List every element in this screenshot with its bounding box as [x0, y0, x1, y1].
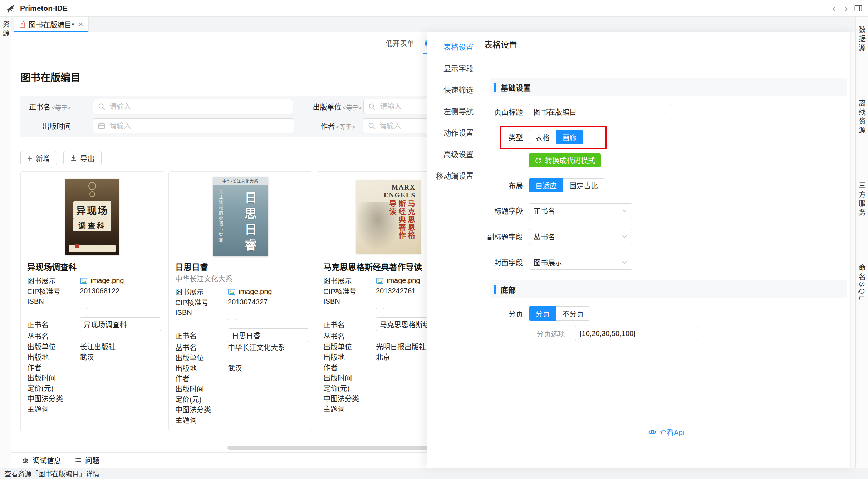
layout-label: 布局 — [481, 180, 523, 191]
paging-options-input[interactable] — [575, 326, 698, 341]
problems-label: 问题 — [85, 455, 99, 465]
seg-option-分页[interactable]: 分页 — [529, 306, 556, 321]
search-input[interactable] — [93, 99, 294, 114]
field-value — [80, 317, 157, 331]
isbn-checkbox[interactable] — [228, 319, 236, 327]
card-title: 日思日睿 — [175, 260, 305, 273]
field-value-text: image.png — [239, 288, 272, 296]
text-input-field[interactable] — [109, 122, 289, 131]
seg-option-自适应[interactable]: 自适应 — [529, 178, 563, 192]
card-field-row: 定价(元) — [175, 394, 305, 404]
cover-title-text: 异现场 — [73, 201, 111, 219]
subtitle-field-select[interactable]: 丛书名 — [529, 229, 632, 244]
debug-info-item[interactable]: 调试信息 — [21, 455, 61, 465]
settings-nav-item-显示字段[interactable]: 显示字段 — [427, 57, 481, 79]
field-input[interactable] — [80, 317, 161, 331]
settings-nav-item-动作设置[interactable]: 动作设置 — [427, 122, 481, 143]
cover-field-select[interactable]: 图书展示 — [529, 255, 632, 270]
field-label: 定价(元) — [27, 383, 80, 393]
seg-option-表格[interactable]: 表格 — [529, 130, 556, 144]
settings-body: 基础设置 页面标题 类型 — [481, 56, 851, 468]
card-field-row: 主题词 — [27, 404, 157, 414]
problems-item[interactable]: 问题 — [74, 455, 99, 465]
operator-tag: <等于> — [342, 104, 362, 111]
card-field-row: 中图法分类 — [175, 404, 305, 415]
dock-item-4[interactable]: 命名SQL — [857, 264, 867, 302]
refresh-icon — [535, 157, 542, 164]
isbn-checkbox[interactable] — [376, 308, 384, 316]
field-label: 图书展示 — [175, 287, 228, 297]
app-logo-icon — [6, 3, 16, 13]
dock-item-1[interactable]: 数据源 — [857, 26, 867, 53]
cover-title-text: 日思日睿 — [241, 191, 259, 254]
date-input[interactable] — [93, 118, 294, 133]
basic-settings-section-header: 基础设置 — [490, 78, 847, 96]
title-field-row: 标题字段 正书名 — [481, 203, 851, 218]
page-title-input[interactable] — [529, 104, 671, 119]
settings-nav-item-表格设置[interactable]: 表格设置 — [427, 36, 481, 57]
dock-item-2[interactable]: 离线资源 — [857, 99, 867, 135]
view-subtabs: 低开表单默 — [385, 32, 432, 54]
dock-item-3[interactable]: 三方服务 — [857, 182, 867, 217]
main-body: 资源 图书在版编目* × 低开表单默 — [0, 17, 868, 468]
cover-area: 中华·长江文化大系长江流域的妙语与智慧日思日睿 — [175, 176, 305, 258]
title-field-select[interactable]: 正书名 — [529, 203, 632, 218]
field-label: 定价(元) — [175, 394, 228, 404]
seg-option-不分页[interactable]: 不分页 — [556, 306, 590, 321]
right-dock: 数据源离线资源三方服务命名SQL — [855, 17, 868, 468]
field-label: 出版时间 — [323, 372, 376, 383]
card-field-row: 正书名 — [27, 317, 157, 331]
api-link-row: 查看Api — [481, 427, 851, 437]
settings-drawer: 表格设置显示字段快速筛选左侧导航动作设置高级设置移动端设置 表格设置 基础设置 … — [427, 32, 855, 468]
field-label: 中图法分类 — [27, 393, 80, 404]
search-icon — [368, 103, 376, 111]
settings-nav-item-左侧导航[interactable]: 左侧导航 — [427, 100, 481, 122]
field-label: 图书展示 — [323, 275, 376, 286]
card-field-row: 中图法分类 — [27, 393, 157, 404]
titlebar: Primeton-IDE ‹ › — [0, 0, 868, 17]
field-value-text: 长江出版社 — [80, 341, 116, 352]
gallery-card[interactable]: 异现场调查科异现场调查科图书展示image.pngCIP核准号201306812… — [20, 171, 164, 431]
history-forward-icon[interactable]: › — [842, 3, 850, 14]
export-button[interactable]: 导出 — [63, 151, 102, 165]
settings-nav-item-移动端设置[interactable]: 移动端设置 — [427, 165, 481, 186]
tab-book-catalog[interactable]: 图书在版编目* × — [14, 17, 89, 32]
field-label: 图书展示 — [27, 275, 80, 286]
add-button[interactable]: + 新增 — [20, 151, 57, 165]
isbn-checkbox[interactable] — [80, 308, 88, 316]
settings-nav-item-高级设置[interactable]: 高级设置 — [427, 143, 481, 165]
history-back-icon[interactable]: ‹ — [830, 3, 838, 14]
subtab-低开表单[interactable]: 低开表单 — [385, 32, 415, 54]
panel-toggle-icon[interactable] — [854, 5, 862, 12]
field-label: 出版单位 — [323, 341, 376, 352]
field-label: 出版单位 — [175, 352, 228, 363]
field-value-text: 中华长江文化大系 — [228, 342, 285, 352]
field-value: 武汉 — [228, 363, 242, 373]
field-value: image.png — [228, 288, 272, 296]
field-value: 2013068122 — [80, 287, 119, 295]
horizontal-scrollbar[interactable] — [227, 446, 438, 450]
book-cover-image: MARXENGELS马克思恩格斯经典著作导读 — [356, 180, 421, 254]
operator-tag: <等于> — [336, 124, 355, 131]
field-value — [228, 328, 305, 342]
search-icon — [368, 122, 376, 130]
bottom-settings-section-header: 底部 — [490, 280, 847, 298]
field-input[interactable] — [228, 328, 309, 342]
cover-field-value: 图书展示 — [534, 257, 562, 268]
view-api-link[interactable]: 查看Api — [648, 427, 684, 437]
field-label: 出版地 — [323, 352, 376, 362]
card-fields: 图书展示image.pngCIP核准号2013068122ISBN正书名丛书名出… — [27, 275, 157, 414]
drawer-scrollbar[interactable] — [850, 32, 855, 468]
text-input-field[interactable] — [109, 102, 289, 111]
seg-option-固定占比[interactable]: 固定占比 — [563, 178, 604, 192]
gallery-card[interactable]: 中华·长江文化大系长江流域的妙语与智慧日思日睿日思日睿中华长江文化大系图书展示i… — [168, 171, 312, 431]
convert-to-code-button[interactable]: 转换成代码模式 — [529, 153, 601, 167]
field-label: 正书名 — [323, 319, 376, 329]
tab-close-icon[interactable]: × — [78, 19, 83, 29]
book-cover-image: 中华·长江文化大系长江流域的妙语与智慧日思日睿 — [213, 177, 268, 256]
settings-nav-item-快速筛选[interactable]: 快速筛选 — [427, 79, 481, 100]
cover-series-band: 中华·长江文化大系 — [213, 177, 268, 185]
field-value-text: image.png — [387, 277, 420, 285]
resources-dock-item[interactable]: 资源 — [0, 20, 11, 468]
seg-option-画廊[interactable]: 画廊 — [556, 130, 583, 144]
